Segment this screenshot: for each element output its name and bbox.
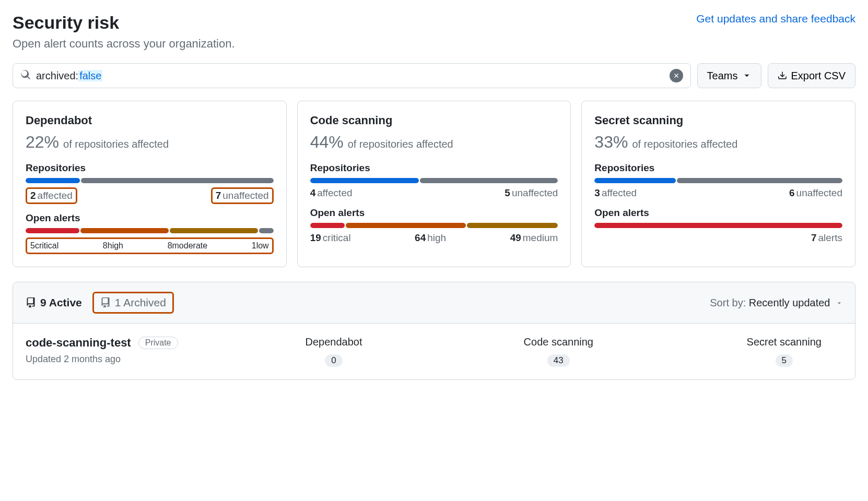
- alert-count[interactable]: 0: [325, 354, 342, 367]
- repositories-label: Repositories: [594, 162, 842, 174]
- unaffected-stat[interactable]: 5unaffected: [505, 187, 558, 199]
- search-icon: [20, 69, 31, 82]
- page-title: Security risk: [13, 13, 119, 33]
- card-title: Code scanning: [310, 114, 558, 127]
- affected-stat[interactable]: 4affected: [310, 187, 353, 199]
- table-row[interactable]: code-scanning-test Private Updated 2 mon…: [13, 324, 855, 379]
- visibility-badge: Private: [138, 337, 178, 349]
- code-scanning-column: Code scanning 43: [522, 336, 595, 367]
- percent-affected: 44%: [310, 133, 344, 152]
- percent-affected: 33%: [594, 133, 628, 152]
- affected-stat[interactable]: 2affected: [26, 187, 77, 204]
- open-alerts-label: Open alerts: [310, 207, 558, 219]
- alert-count[interactable]: 43: [547, 354, 570, 367]
- secret-scanning-column: Secret scanning 5: [747, 336, 822, 367]
- unaffected-stat[interactable]: 7unaffected: [211, 187, 274, 204]
- download-icon: [778, 71, 787, 80]
- repositories-bar: [26, 178, 274, 183]
- repository-list: 9 Active 1 Archived Sort by: Recently up…: [13, 282, 855, 380]
- repo-icon: [100, 297, 111, 308]
- sort-by-dropdown[interactable]: Sort by: Recently updated: [710, 297, 842, 309]
- alerts-bar: [310, 223, 558, 228]
- tab-archived[interactable]: 1 Archived: [92, 292, 174, 314]
- alerts-breakdown: 19critical 64high 49medium: [310, 232, 558, 244]
- dependabot-column: Dependabot 0: [297, 336, 370, 367]
- repositories-bar: [310, 178, 558, 183]
- alerts-bar: [594, 223, 842, 228]
- affected-stat[interactable]: 3affected: [594, 187, 637, 199]
- alert-count[interactable]: 5: [776, 354, 793, 367]
- export-csv-button[interactable]: Export CSV: [768, 63, 855, 88]
- feedback-link[interactable]: Get updates and share feedback: [696, 13, 855, 25]
- card-title: Secret scanning: [594, 114, 842, 127]
- alerts-bar: [26, 228, 274, 233]
- alerts-breakdown[interactable]: 5critical 8high 8moderate 1low: [26, 237, 274, 254]
- dependabot-card: Dependabot 22% of repositories affected …: [13, 101, 287, 267]
- teams-button[interactable]: Teams: [697, 63, 761, 88]
- open-alerts-label: Open alerts: [594, 207, 842, 219]
- tab-active[interactable]: 9 Active: [26, 296, 82, 309]
- repositories-label: Repositories: [26, 162, 274, 174]
- repo-icon: [26, 297, 36, 308]
- caret-down-icon: [836, 300, 842, 306]
- open-alerts-label: Open alerts: [26, 212, 274, 224]
- clear-icon[interactable]: [670, 69, 683, 82]
- repositories-bar: [594, 178, 842, 183]
- search-query: archived:false: [36, 70, 664, 82]
- search-input[interactable]: archived:false: [13, 63, 691, 88]
- repositories-label: Repositories: [310, 162, 558, 174]
- secret-scanning-card: Secret scanning 33% of repositories affe…: [581, 101, 855, 267]
- card-title: Dependabot: [26, 114, 274, 127]
- caret-down-icon: [742, 71, 752, 80]
- page-subtitle: Open alert counts across your organizati…: [13, 37, 855, 51]
- repo-name[interactable]: code-scanning-test: [26, 336, 131, 350]
- repo-updated: Updated 2 months ago: [26, 354, 297, 365]
- percent-affected: 22%: [26, 133, 59, 152]
- alerts-breakdown: 7alerts: [594, 232, 842, 244]
- unaffected-stat[interactable]: 6unaffected: [789, 187, 842, 199]
- code-scanning-card: Code scanning 44% of repositories affect…: [297, 101, 571, 267]
